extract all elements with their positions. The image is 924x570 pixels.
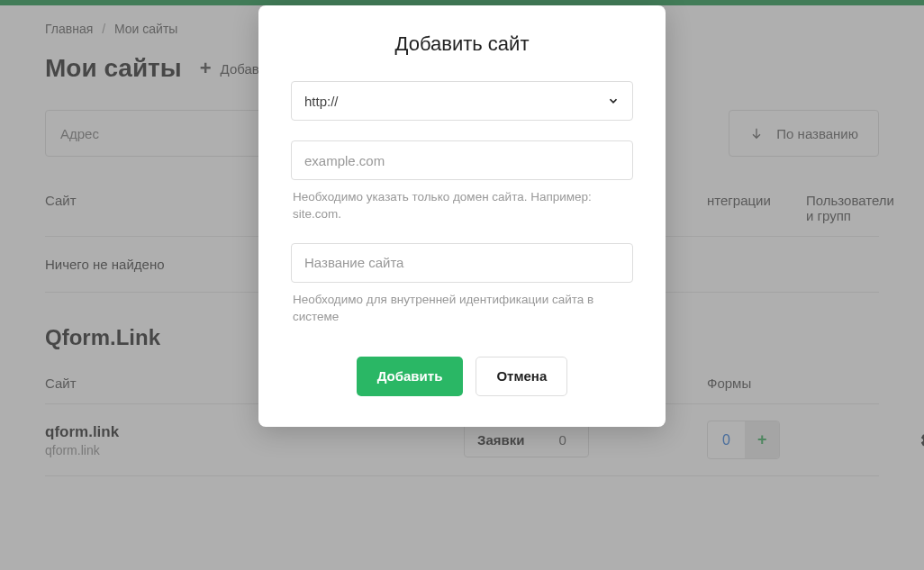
site-name-field-wrapper (291, 243, 633, 283)
domain-input[interactable] (304, 153, 620, 168)
cancel-button[interactable]: Отмена (476, 357, 567, 396)
add-site-modal: Добавить сайт http:// Необходимо указать… (258, 5, 666, 427)
site-name-input[interactable] (304, 255, 620, 270)
protocol-value: http:// (304, 94, 339, 109)
domain-help: Необходимо указать только домен сайта. Н… (293, 189, 631, 223)
modal-overlay[interactable]: Добавить сайт http:// Необходимо указать… (0, 0, 924, 570)
site-name-help: Необходимо для внутренней идентификации … (293, 292, 631, 326)
submit-button[interactable]: Добавить (357, 357, 464, 396)
modal-title: Добавить сайт (291, 32, 633, 56)
protocol-select[interactable]: http:// (291, 81, 633, 121)
chevron-down-icon (607, 95, 620, 107)
domain-field-wrapper (291, 140, 633, 180)
